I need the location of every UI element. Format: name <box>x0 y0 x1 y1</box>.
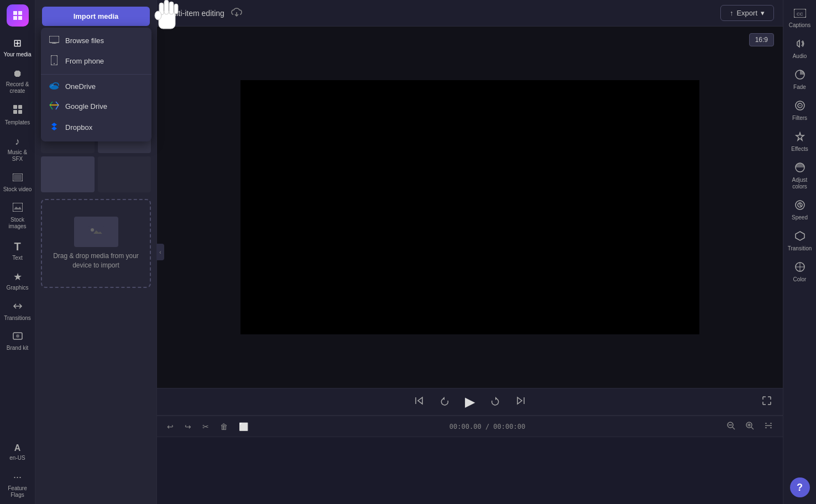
export-button[interactable]: ↑ Export ▾ <box>720 5 774 21</box>
rs-label: Audio <box>793 53 807 60</box>
total-time: 00:00:00 <box>493 423 525 431</box>
preview-area: 16:9 <box>157 27 783 388</box>
browse-files-label: Browse files <box>65 36 104 45</box>
skip-back-button[interactable] <box>412 393 426 411</box>
left-sidebar: ⊞ Your media ⏺ Record &create Templates … <box>0 0 35 504</box>
zoom-in-button[interactable] <box>742 419 757 434</box>
onedrive-item[interactable]: OneDrive <box>41 77 151 96</box>
adjust-colors-icon <box>795 162 805 175</box>
sidebar-item-label: Transitions <box>4 315 31 322</box>
svg-marker-44 <box>796 232 804 240</box>
sidebar-item-label: Brand kit <box>7 345 28 351</box>
rewind-button[interactable] <box>437 393 452 411</box>
rs-label: Captions <box>789 22 810 29</box>
rs-item-effects[interactable]: Effects <box>784 127 815 157</box>
rs-item-filters[interactable]: Filters <box>784 96 815 126</box>
svg-rect-1 <box>18 105 22 109</box>
sidebar-item-record-create[interactable]: ⏺ Record &create <box>1 64 34 99</box>
sidebar-item-stock-images[interactable]: Stock images <box>1 198 34 234</box>
dropdown-divider <box>41 74 151 75</box>
svg-point-26 <box>91 228 94 232</box>
svg-point-21 <box>50 85 59 90</box>
more-icon: ··· <box>13 471 22 484</box>
rs-item-color[interactable]: Color <box>784 258 815 287</box>
skip-forward-button[interactable] <box>514 393 528 411</box>
sidebar-item-label: Record &create <box>6 81 29 95</box>
media-content: Drag & drop media from your device to im… <box>35 112 156 504</box>
dropbox-item[interactable]: Dropbox <box>41 117 151 138</box>
rs-item-speed[interactable]: Speed <box>784 196 815 225</box>
color-icon <box>795 262 805 275</box>
rs-label: Color <box>793 276 807 283</box>
language-icon: A <box>14 443 21 453</box>
help-button[interactable]: ? <box>790 477 810 497</box>
rs-label: Fade <box>793 84 806 91</box>
sidebar-item-text[interactable]: T Text <box>1 235 34 266</box>
svg-rect-3 <box>18 110 22 114</box>
sidebar-item-brand-kit[interactable]: Brand kit <box>1 327 34 356</box>
delete-button[interactable]: 🗑 <box>217 420 231 433</box>
media-panel: Import media Browse files From phone <box>35 0 157 504</box>
rs-item-captions[interactable]: CC Captions <box>784 4 815 33</box>
monitor-icon <box>49 36 60 45</box>
rs-item-transition[interactable]: Transition <box>784 227 815 256</box>
svg-rect-5 <box>14 175 22 180</box>
fullscreen-button[interactable] <box>762 396 772 408</box>
sidebar-item-feature-flags[interactable]: ··· Feature Flags <box>1 467 34 503</box>
drop-zone: Drag & drop media from your device to im… <box>41 199 151 288</box>
dropbox-label: Dropbox <box>65 123 92 132</box>
time-separator: / <box>485 423 493 431</box>
svg-line-29 <box>733 427 735 429</box>
sidebar-item-label: Feature Flags <box>3 485 32 498</box>
sidebar-item-templates[interactable]: Templates <box>1 100 34 130</box>
browse-files-item[interactable]: Browse files <box>41 31 151 50</box>
google-drive-item[interactable]: Google Drive <box>41 96 151 117</box>
zoom-out-button[interactable] <box>723 419 739 434</box>
rs-item-fade[interactable]: Fade <box>784 65 815 95</box>
svg-point-20 <box>54 63 55 64</box>
graphics-icon: ★ <box>13 271 22 284</box>
from-phone-item[interactable]: From phone <box>41 50 151 72</box>
play-button[interactable]: ▶ <box>463 392 477 412</box>
svg-marker-23 <box>51 123 57 130</box>
duplicate-button[interactable]: ⬜ <box>236 420 252 433</box>
rs-label: Transition <box>788 245 812 252</box>
timeline-area: ↩ ↪ ✂ 🗑 ⬜ 00:00.00 / 00:00:00 <box>157 416 783 504</box>
current-time: 00:00.00 <box>449 423 482 431</box>
sidebar-item-stock-video[interactable]: Stock video <box>1 168 34 197</box>
aspect-ratio-badge[interactable]: 16:9 <box>749 33 774 46</box>
fit-timeline-button[interactable] <box>761 419 776 434</box>
drop-zone-icon <box>74 217 118 247</box>
google-drive-icon <box>49 101 60 112</box>
sidebar-item-graphics[interactable]: ★ Graphics <box>1 267 34 296</box>
record-icon: ⏺ <box>13 68 23 80</box>
rs-label: Filters <box>792 115 807 122</box>
brand-kit-icon <box>13 332 23 344</box>
captions-icon: CC <box>794 9 806 20</box>
panel-collapse-arrow[interactable]: ‹ <box>156 244 164 260</box>
phone-icon <box>49 55 60 67</box>
rs-label: Effects <box>791 146 808 153</box>
export-label: Export <box>736 9 757 17</box>
redo-button[interactable]: ↪ <box>181 420 195 433</box>
timeline-toolbar: ↩ ↪ ✂ 🗑 ⬜ 00:00.00 / 00:00:00 <box>157 416 783 437</box>
transitions-icon <box>13 301 23 313</box>
sidebar-item-label: Templates <box>5 119 30 126</box>
cut-button[interactable]: ✂ <box>199 420 212 433</box>
google-drive-label: Google Drive <box>65 102 107 111</box>
svg-rect-6 <box>13 203 23 212</box>
sidebar-item-music-sfx[interactable]: ♪ Music & SFX <box>1 132 34 167</box>
top-bar: Multi-item editing ↑ Export ▾ <box>157 0 783 27</box>
cloud-save-button[interactable] <box>231 8 242 19</box>
media-thumbnail <box>41 156 95 192</box>
undo-button[interactable]: ↩ <box>164 420 177 433</box>
import-media-button[interactable]: Import media <box>42 7 150 26</box>
sidebar-item-your-media[interactable]: ⊞ Your media <box>1 33 34 62</box>
rs-item-adjust-colors[interactable]: Adjustcolors <box>784 158 815 195</box>
text-icon: T <box>14 240 20 253</box>
sidebar-item-transitions[interactable]: Transitions <box>1 297 34 326</box>
main-area: Multi-item editing ↑ Export ▾ 16:9 ▶ <box>157 0 783 504</box>
forward-button[interactable] <box>488 393 503 411</box>
sidebar-item-en-us[interactable]: A en-US <box>1 438 34 466</box>
rs-item-audio[interactable]: Audio <box>784 34 815 64</box>
